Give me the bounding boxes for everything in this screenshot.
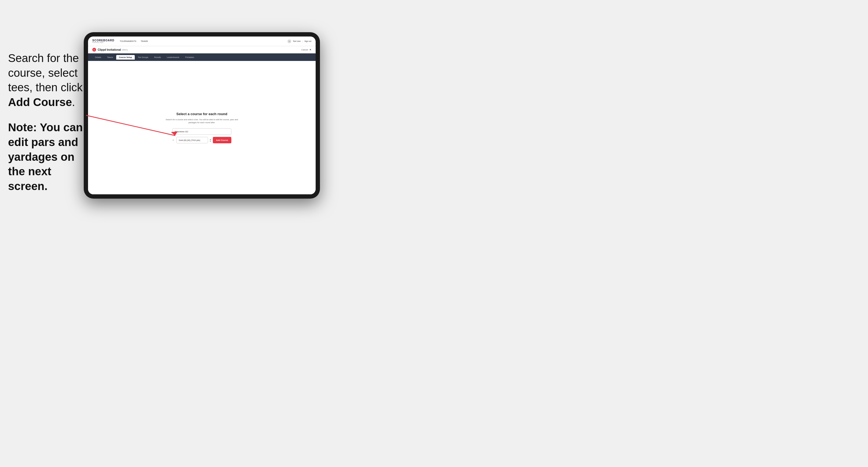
tab-printables[interactable]: Printables bbox=[183, 55, 197, 60]
course-card: Select a course for each round Search fo… bbox=[162, 112, 242, 144]
tab-course-setup[interactable]: Course Setup bbox=[116, 55, 135, 60]
cancel-button[interactable]: Cancel ✕ bbox=[302, 49, 311, 51]
course-card-desc: Search for a course and select a tee. Yo… bbox=[162, 118, 242, 124]
tee-arrow-up[interactable]: ▲ bbox=[210, 138, 211, 140]
course-card-title: Select a course for each round bbox=[162, 112, 242, 116]
tab-tee-groups[interactable]: Tee Groups bbox=[135, 55, 151, 60]
tee-select[interactable]: Gold (M) (M) (7010 yds) Blue (M) (6500 y… bbox=[176, 137, 208, 143]
annotation-area: Search for the course, select tees, then… bbox=[8, 51, 86, 193]
annotation-note: Note: You can edit pars and yardages on … bbox=[8, 120, 86, 193]
main-content: Select a course for each round Search fo… bbox=[88, 61, 316, 194]
tab-results[interactable]: Results bbox=[152, 55, 164, 60]
sign-out-link[interactable]: Sign out bbox=[304, 40, 311, 42]
tournament-title: Clippd Invitational bbox=[98, 48, 121, 51]
cancel-x-icon: ✕ bbox=[309, 49, 311, 51]
add-course-button[interactable]: Add Course bbox=[213, 137, 231, 143]
tab-teams[interactable]: Teams bbox=[104, 55, 116, 60]
annotation-bold: Add Course bbox=[8, 96, 72, 108]
tee-arrows: ▲ ▼ bbox=[210, 138, 211, 142]
user-name: Test User bbox=[293, 40, 301, 42]
tablet-shell: SCOREBOARD Powered by clippd TOURNAMENTS… bbox=[84, 32, 320, 198]
tablet-screen: SCOREBOARD Powered by clippd TOURNAMENTS… bbox=[88, 36, 316, 194]
tab-details[interactable]: Details bbox=[92, 55, 104, 60]
tee-arrow-down[interactable]: ▼ bbox=[210, 141, 211, 142]
annotation-text: Search for the course, select tees, then… bbox=[8, 51, 86, 110]
tab-bar: Details Teams Course Setup Tee Groups Re… bbox=[88, 54, 316, 61]
user-avatar: U bbox=[287, 39, 291, 43]
nav-links: TOURNAMENTS TEAMS bbox=[120, 39, 287, 43]
nav-tournaments[interactable]: TOURNAMENTS bbox=[120, 39, 136, 43]
tee-clear-icon[interactable]: ✕ bbox=[172, 139, 174, 142]
nav-teams[interactable]: TEAMS bbox=[141, 39, 148, 43]
annotation-note-bold: Note: You can edit pars and yardages on … bbox=[8, 121, 83, 192]
user-area: U Test User | Sign out bbox=[287, 39, 311, 43]
separator: | bbox=[302, 40, 303, 42]
course-search-input[interactable] bbox=[172, 128, 231, 135]
logo-sub: Powered by clippd bbox=[92, 42, 114, 43]
course-search-wrap bbox=[172, 128, 231, 135]
tournament-subtitle: (Men) bbox=[122, 49, 128, 51]
tee-select-wrap: ✕ Gold (M) (M) (7010 yds) Blue (M) (6500… bbox=[172, 137, 231, 143]
tournament-icon: C bbox=[92, 48, 96, 52]
tournament-header: C Clippd Invitational (Men) Cancel ✕ bbox=[88, 46, 316, 54]
top-nav: SCOREBOARD Powered by clippd TOURNAMENTS… bbox=[88, 36, 316, 46]
tab-leaderboards[interactable]: Leaderboards bbox=[164, 55, 182, 60]
logo-area: SCOREBOARD Powered by clippd bbox=[92, 39, 114, 43]
